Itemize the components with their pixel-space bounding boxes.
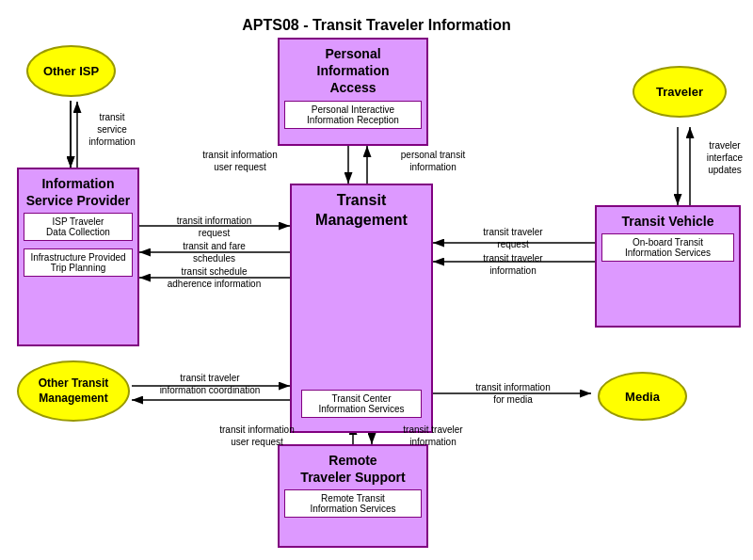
transit-service-info-label: transitserviceinformation [79, 111, 145, 148]
personal-info-inner: Personal InteractiveInformation Receptio… [284, 101, 422, 129]
remote-traveler-box: RemoteTraveler Support Remote TransitInf… [278, 444, 428, 548]
transit-management-box: TransitManagement Transit CenterInformat… [290, 184, 433, 433]
info-service-label: InformationService Provider [26, 175, 131, 209]
personal-transit-info-label: personal transitinformation [381, 149, 485, 173]
transit-info-media-label: transit informationfor media [438, 381, 588, 406]
remote-traveler-inner: Remote TransitInformation Services [284, 489, 422, 518]
transit-center-inner: Transit CenterInformation Services [301, 390, 422, 418]
transit-info-request-label: transit informationrequest [146, 215, 282, 239]
transit-traveler-coord-label: transit travelerinformation coordination [135, 372, 285, 396]
personal-info-label: PersonalInformationAccess [317, 45, 390, 97]
transit-vehicle-box: Transit Vehicle On-board TransitInformat… [595, 205, 741, 328]
transit-schedule-adherence-label: transit scheduleadherence information [146, 265, 282, 290]
media-label: Media [625, 390, 660, 404]
isp-inner2: Infrastructure ProvidedTrip Planning [24, 248, 133, 277]
personal-info-access-box: PersonalInformationAccess Personal Inter… [278, 38, 428, 146]
transit-info-user-request-top-label: transit informationuser request [193, 149, 287, 173]
traveler-label: Traveler [656, 85, 703, 99]
media-oval: Media [598, 372, 687, 421]
other-transit-label: Other TransitManagement [39, 376, 109, 406]
info-service-provider-box: InformationService Provider ISP Traveler… [17, 168, 139, 346]
transit-vehicle-label: Transit Vehicle [621, 213, 713, 230]
page-title: APTS08 - Transit Traveler Information [0, 8, 753, 34]
transit-info-user-request-bottom-label: transit informationuser request [205, 424, 309, 448]
transit-traveler-info-bottom-label: transit travelerinformation [381, 424, 485, 448]
transit-fare-schedules-label: transit and fareschedules [146, 240, 282, 264]
transit-traveler-request-label: transit travelerrequest [438, 226, 588, 250]
other-isp-oval: Other ISP [26, 45, 116, 97]
other-isp-label: Other ISP [43, 64, 99, 78]
transit-mgmt-label: TransitManagement [315, 191, 408, 231]
transit-traveler-info-right-label: transit travelerinformation [438, 252, 588, 277]
other-transit-oval: Other TransitManagement [17, 360, 130, 422]
diagram: APTS08 - Transit Traveler Information [0, 0, 753, 560]
remote-traveler-label: RemoteTraveler Support [300, 452, 405, 486]
traveler-interface-updates-label: travelerinterfaceupdates [697, 139, 753, 176]
transit-vehicle-inner: On-board TransitInformation Services [601, 233, 734, 262]
traveler-oval: Traveler [633, 66, 727, 118]
isp-inner1: ISP TravelerData Collection [24, 213, 133, 241]
